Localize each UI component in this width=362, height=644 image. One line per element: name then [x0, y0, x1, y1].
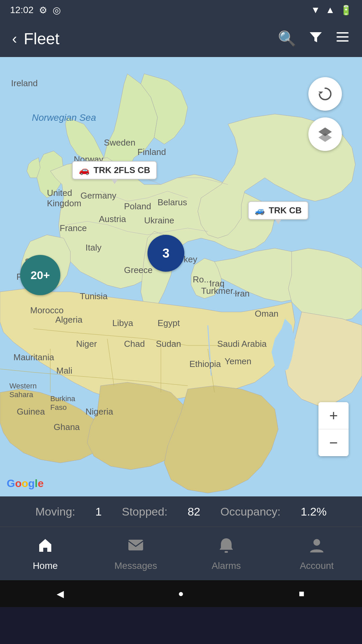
messages-icon: [127, 536, 144, 558]
occupancy-value: 1.2%: [301, 505, 327, 518]
map-label-france: France: [60, 223, 87, 233]
filter-icon[interactable]: [308, 30, 323, 48]
map-label-saudi: Saudi Arabia: [217, 339, 266, 349]
moving-value: 1: [96, 505, 102, 518]
account-icon: [308, 536, 325, 558]
map-label-mauritania: Mauritania: [13, 352, 54, 363]
map-label-algeria: Algeria: [55, 315, 82, 325]
svg-rect-39: [128, 540, 143, 550]
map-label-finland: Finland: [137, 147, 166, 157]
map-label-iran: Iran: [235, 288, 250, 299]
svg-marker-38: [318, 133, 332, 142]
alarms-label: Alarms: [212, 560, 241, 571]
wifi-icon: ▼: [311, 5, 320, 15]
map-label-burkina: BurkinaFaso: [50, 394, 75, 412]
map-label-egypt: Egypt: [158, 318, 180, 328]
battery-icon: 🔋: [340, 5, 352, 16]
svg-rect-2: [337, 36, 349, 38]
android-recent-button[interactable]: ■: [293, 585, 310, 602]
moving-label: Moving:: [36, 505, 75, 518]
cluster-3[interactable]: 3: [147, 235, 184, 272]
map-label-germany: Germany: [80, 191, 116, 201]
android-home-button[interactable]: ●: [173, 585, 189, 602]
cluster-20plus[interactable]: 20+: [20, 255, 60, 295]
map-label-morocco: Morocco: [30, 305, 64, 316]
search-icon[interactable]: 🔍: [278, 30, 296, 47]
page-title: Fleet: [24, 30, 60, 48]
account-label: Account: [300, 560, 334, 571]
status-bar: 12:02 ⚙ ◎ ▼ ▲ 🔋: [0, 0, 362, 20]
map-label-iraq: Iraq: [209, 278, 225, 289]
svg-point-41: [313, 539, 320, 546]
home-label: Home: [33, 560, 58, 571]
nav-item-alarms[interactable]: Alarms: [193, 536, 260, 571]
map-label-norwegian-sea: Norwegian Sea: [32, 112, 96, 123]
home-icon: [37, 536, 54, 558]
map-label-mali: Mali: [56, 366, 72, 376]
signal-icon: ▲: [325, 5, 335, 15]
zoom-controls[interactable]: + −: [318, 402, 349, 456]
nav-right: 🔍: [278, 30, 350, 48]
map-label-belarus: Belarus: [158, 197, 187, 208]
gear-icon: ⚙: [39, 5, 47, 16]
fleet-status-bar: Moving: 1 Stopped: 82 Occupancy: 1.2%: [0, 496, 362, 527]
navigation-bar: ‹ Fleet 🔍: [0, 20, 362, 57]
zoom-in-button[interactable]: +: [318, 402, 349, 429]
marker-trk2flscb-label: TRK 2FLS CB: [94, 165, 150, 175]
map-label-sweden: Sweden: [104, 138, 135, 148]
marker-trk2flscb[interactable]: 🚗 TRK 2FLS CB: [72, 161, 157, 179]
map-container[interactable]: Norwegian Sea Sweden Norway Finland Denm…: [0, 57, 362, 496]
cluster-3-label: 3: [162, 246, 169, 261]
map-label-austria: Austria: [99, 214, 126, 224]
svg-rect-1: [337, 32, 349, 34]
map-label-romania: Ro...: [193, 274, 211, 285]
map-label-libya: Libya: [112, 318, 133, 328]
map-label-ukraine: Ukraine: [144, 215, 174, 226]
bottom-navigation: Home Messages Alarms Account: [0, 527, 362, 580]
map-label-greece: Greece: [124, 265, 153, 275]
android-navigation-bar: ◀ ● ■: [0, 580, 362, 607]
map-label-italy: Italy: [85, 243, 102, 253]
nav-item-home[interactable]: Home: [12, 536, 79, 571]
svg-rect-3: [337, 40, 349, 42]
map-label-yemen: Yemen: [225, 356, 251, 367]
map-layers-button[interactable]: [308, 117, 342, 151]
nav-item-messages[interactable]: Messages: [102, 536, 169, 571]
zoom-out-button[interactable]: −: [318, 429, 349, 456]
status-left: 12:02 ⚙ ◎: [10, 5, 61, 16]
status-right: ▼ ▲ 🔋: [311, 5, 352, 16]
vehicle-icon-gray: 🚙: [255, 206, 265, 215]
map-label-oman: Oman: [255, 309, 279, 319]
map-label-sudan: Sudan: [156, 339, 181, 349]
map-label-guinea: Guinea: [17, 407, 45, 417]
svg-rect-40: [225, 551, 228, 553]
nav-item-account[interactable]: Account: [283, 536, 350, 571]
marker-trkcb[interactable]: 🚙 TRK CB: [248, 201, 308, 220]
map-refresh-button[interactable]: [308, 77, 342, 111]
occupancy-label: Occupancy:: [220, 505, 281, 518]
svg-marker-0: [310, 32, 322, 42]
map-label-niger: Niger: [76, 339, 97, 349]
time: 12:02: [10, 5, 34, 15]
alarms-icon: [218, 536, 235, 558]
messages-label: Messages: [114, 560, 157, 571]
map-label-tunisia: Tunisia: [80, 291, 108, 302]
map-label-ethiopia: Ethiopia: [189, 359, 221, 369]
map-label-western-sahara: WesternSahara: [9, 382, 37, 399]
vehicle-icon-red: 🚗: [79, 165, 89, 175]
stopped-value: 82: [188, 505, 200, 518]
android-back-button[interactable]: ◀: [52, 585, 69, 602]
map-label-uk: UnitedKingdom: [47, 188, 81, 209]
marker-trkcb-label: TRK CB: [269, 205, 302, 216]
map-label-chad: Chad: [124, 339, 145, 349]
map-label-nigeria: Nigeria: [85, 407, 113, 417]
map-label-ireland: Ireland: [11, 78, 38, 89]
nav-left: ‹ Fleet: [12, 30, 59, 48]
menu-icon[interactable]: [335, 30, 350, 48]
cluster-20plus-label: 20+: [31, 269, 50, 282]
google-logo: Google: [7, 477, 44, 490]
stopped-label: Stopped:: [122, 505, 168, 518]
map-label-ghana: Ghana: [54, 422, 80, 432]
circle-dot-icon: ◎: [53, 5, 61, 16]
back-arrow-icon[interactable]: ‹: [12, 30, 17, 47]
